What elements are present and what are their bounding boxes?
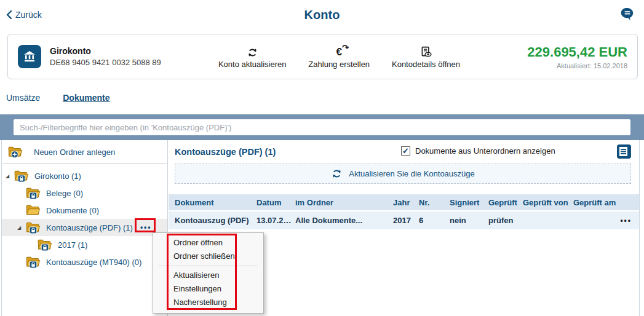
tree-item-label: Girokonto (1)	[34, 172, 81, 181]
tab-umsaetze[interactable]: Umsätze	[6, 93, 40, 103]
tree-item-girokonto[interactable]: ◢ Girokonto (1)	[2, 167, 167, 184]
bank-icon	[18, 45, 41, 68]
action-label: Kontodetails öffnen	[392, 60, 460, 69]
balance-updated-timestamp: Aktualisiert: 15.02.2018	[482, 62, 627, 69]
cell-nr: 6	[419, 216, 450, 225]
folder-tree: ◢ Girokonto (1) Belege (0) Dokumente (0)…	[2, 164, 167, 271]
col-datum: Datum	[256, 198, 295, 207]
subfolder-checkbox-label: Dokumente aus Unterordnern anzeigen	[415, 146, 555, 156]
menu-item-einstellungen[interactable]: Einstellungen	[153, 282, 263, 296]
page-title: Konto	[0, 8, 644, 22]
folder-title: Kontoauszüge (PDF) (1)	[175, 147, 276, 157]
new-folder-button[interactable]: Neuen Ordner anlegen	[2, 140, 167, 164]
col-nr: Nr.	[419, 198, 450, 207]
subfolder-checkbox[interactable]: ✓	[401, 146, 410, 156]
col-geprueft-von: Geprüft von	[523, 198, 573, 207]
show-subfolder-documents-toggle[interactable]: ✓ Dokumente aus Unterordnern anzeigen	[401, 146, 555, 156]
col-geprueft: Geprüft	[488, 198, 523, 207]
col-im-ordner: im Ordner	[295, 198, 393, 207]
col-geprueft-am: Geprüft am	[573, 198, 620, 207]
tree-item-label: Kontoauszüge (MT940) (0)	[46, 258, 141, 267]
search-input[interactable]	[14, 119, 630, 135]
menu-item-nacherstellung[interactable]: Nacherstellung	[153, 296, 263, 309]
table-row[interactable]: Kontoauszug (PDF) 13.07.2017 Alle Dokume…	[169, 211, 639, 229]
menu-item-ordner-oeffnen[interactable]: Ordner öffnen	[153, 236, 263, 250]
folder-sidebar: Neuen Ordner anlegen ◢ Girokonto (1) Bel…	[2, 140, 168, 316]
documents-panel: Neuen Ordner anlegen ◢ Girokonto (1) Bel…	[1, 140, 640, 316]
refresh-statements-label: Aktualisieren Sie die Kontoauszüge	[349, 169, 475, 178]
action-label: Zahlung erstellen	[308, 60, 370, 69]
back-label: Zurück	[15, 10, 42, 20]
open-account-details-button[interactable]: Kontodetails öffnen	[392, 45, 460, 69]
folder-lock-icon	[26, 187, 41, 200]
account-iban: DE68 9405 9421 0032 5088 89	[50, 58, 196, 67]
checkmark-icon: ✓	[402, 147, 409, 155]
folder-plus-icon	[8, 146, 23, 159]
tree-item-label: Dokumente (0)	[46, 206, 99, 215]
chat-button[interactable]	[619, 6, 635, 22]
refresh-statements-button[interactable]: Aktualisieren Sie die Kontoauszüge	[175, 164, 631, 184]
expand-triangle-icon[interactable]: ◢	[6, 173, 14, 179]
document-eye-icon	[419, 45, 432, 58]
cell-datum: 13.07.2017	[256, 216, 295, 225]
search-band	[0, 114, 644, 140]
tree-item-belege[interactable]: Belege (0)	[2, 184, 167, 202]
col-dokument: Dokument	[175, 198, 256, 207]
tree-item-label: 2017 (1)	[58, 240, 87, 250]
folder-context-menu-button[interactable]: •••	[138, 222, 154, 233]
menu-separator	[158, 266, 258, 266]
account-balance: 229.695,42 EUR	[482, 44, 627, 60]
refresh-icon	[247, 45, 258, 58]
table-header-row: Dokument Datum im Ordner Jahr Nr. Signie…	[169, 194, 639, 211]
cell-im-ordner: Alle Dokumente...	[295, 216, 393, 225]
refresh-icon	[331, 168, 343, 180]
cell-geprueft-link[interactable]: prüfen	[488, 216, 523, 225]
tree-item-kontoauszuege-mt940[interactable]: Kontoauszüge (MT940) (0)	[2, 253, 167, 271]
folder-lock-icon	[26, 256, 41, 269]
folder-icon	[26, 204, 41, 217]
euro-arrow-icon: €↷	[336, 45, 341, 58]
col-jahr: Jahr	[393, 198, 419, 207]
speech-bubble-icon	[619, 6, 635, 22]
menu-item-aktualisieren[interactable]: Aktualisieren	[153, 269, 263, 282]
cell-signiert: nein	[450, 216, 488, 225]
folder-context-menu: Ordner öffnen Ordner schließen Aktualisi…	[153, 232, 264, 314]
row-context-menu-button[interactable]: •••	[620, 216, 633, 225]
account-name: Girokonto	[50, 46, 196, 56]
documents-table: Dokument Datum im Ordner Jahr Nr. Signie…	[169, 194, 639, 229]
tree-item-kontoauszuege-pdf[interactable]: ◢ Kontoauszüge (PDF) (1) •••	[2, 219, 167, 236]
chevron-left-icon	[6, 10, 12, 19]
menu-item-ordner-schliessen[interactable]: Ordner schließen	[153, 250, 263, 263]
create-payment-button[interactable]: €↷ Zahlung erstellen	[308, 45, 370, 69]
folder-lock-icon	[14, 170, 30, 183]
cell-jahr: 2017	[393, 216, 419, 225]
tree-item-label: Belege (0)	[46, 189, 83, 198]
expand-triangle-icon[interactable]: ◢	[17, 225, 26, 231]
tab-dokumente[interactable]: Dokumente	[63, 93, 109, 103]
account-card: Girokonto DE68 9405 9421 0032 5088 89 Ko…	[7, 34, 638, 79]
col-signiert: Signiert	[450, 198, 488, 207]
folder-lock-icon	[38, 239, 53, 251]
tree-item-dokumente[interactable]: Dokumente (0)	[2, 202, 167, 219]
tree-item-2017[interactable]: 2017 (1)	[2, 236, 167, 253]
list-view-button[interactable]	[617, 144, 631, 159]
cell-dokument[interactable]: Kontoauszug (PDF)	[175, 216, 256, 225]
list-view-icon	[617, 144, 631, 159]
back-button[interactable]: Zurück	[6, 10, 42, 20]
refresh-account-button[interactable]: Konto aktualisieren	[218, 45, 287, 69]
tree-item-label: Kontoauszüge (PDF) (1)	[46, 223, 133, 232]
tab-bar: Umsätze Dokumente	[6, 93, 109, 103]
folder-lock-icon	[26, 221, 41, 234]
new-folder-label: Neuen Ordner anlegen	[34, 148, 115, 157]
action-label: Konto aktualisieren	[218, 60, 287, 69]
